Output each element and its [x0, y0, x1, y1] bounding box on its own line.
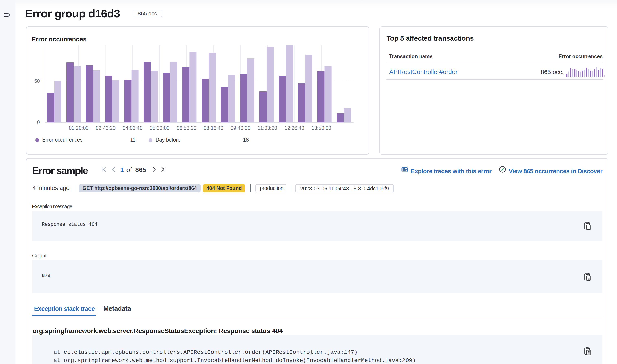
svg-text:06:53:20: 06:53:20: [177, 125, 196, 130]
svg-text:01:20:00: 01:20:00: [68, 125, 88, 130]
svg-text:04:06:40: 04:06:40: [122, 125, 142, 130]
svg-text:0: 0: [37, 119, 40, 125]
svg-text:12:26:40: 12:26:40: [284, 125, 304, 130]
svg-text:08:16:40: 08:16:40: [203, 125, 223, 130]
svg-text:11:03:20: 11:03:20: [257, 125, 277, 130]
svg-text:05:30:00: 05:30:00: [150, 125, 169, 130]
svg-text:13:50:00: 13:50:00: [311, 125, 331, 130]
svg-text:09:40:00: 09:40:00: [231, 125, 250, 130]
svg-text:02:43:20: 02:43:20: [96, 125, 115, 130]
svg-text:50: 50: [34, 78, 40, 84]
